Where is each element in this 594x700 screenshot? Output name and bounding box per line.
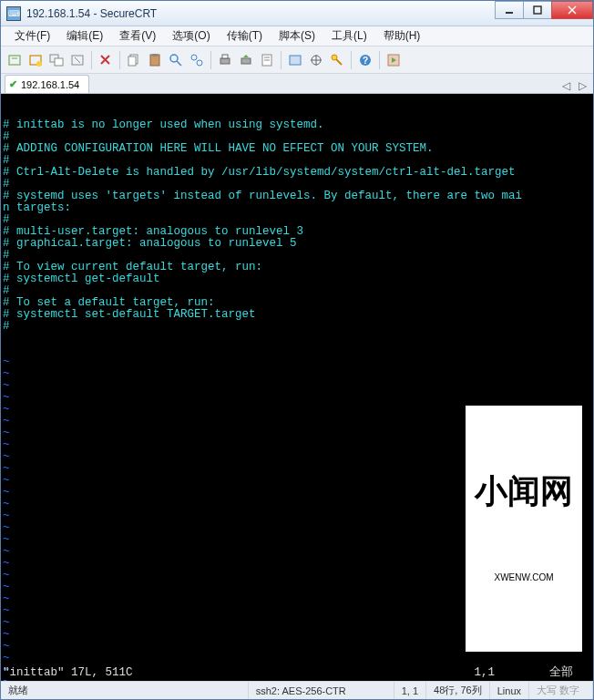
toolbar-separator <box>379 51 380 69</box>
maximize-button[interactable] <box>523 1 552 19</box>
reconnect-icon[interactable] <box>46 50 67 70</box>
menubar: 文件(F) 编辑(E) 查看(V) 选项(O) 传输(T) 脚本(S) 工具(L… <box>1 26 593 46</box>
svg-rect-1 <box>534 6 541 14</box>
global-options-icon[interactable] <box>306 50 326 70</box>
terminal-status-line: "inittab" 17L, 511C1,1 全部 <box>3 667 591 679</box>
status-connection: ssh2: AES-256-CTR <box>249 682 394 699</box>
svg-rect-29 <box>290 56 301 65</box>
watermark: 小闻网 XWENW.COM <box>464 404 584 654</box>
tab-prev-button[interactable]: ◁ <box>558 78 573 93</box>
status-mode: Linux <box>490 682 529 699</box>
menu-tools[interactable]: 工具(L) <box>323 26 375 46</box>
find-next-icon[interactable] <box>187 50 207 70</box>
svg-rect-17 <box>152 54 158 57</box>
titlebar: ⌨ 192.168.1.54 - SecureCRT <box>1 1 593 26</box>
close-button[interactable] <box>551 1 593 19</box>
svg-rect-4 <box>9 56 20 65</box>
tab-next-button[interactable]: ▷ <box>575 78 589 93</box>
terminal[interactable]: # inittab is no longer used when using s… <box>1 94 593 681</box>
menu-help[interactable]: 帮助(H) <box>375 26 429 46</box>
menu-file[interactable]: 文件(F) <box>6 26 58 46</box>
menu-options[interactable]: 选项(O) <box>164 26 218 46</box>
app-window: ⌨ 192.168.1.54 - SecureCRT 文件(F) 编辑(E) 查… <box>0 0 594 700</box>
svg-rect-15 <box>128 57 136 66</box>
status-caps: 大写 数字 <box>529 682 593 699</box>
status-ready: 就绪 <box>1 682 249 699</box>
toolbar-separator <box>210 51 211 69</box>
connect-icon[interactable] <box>26 50 46 70</box>
copy-icon[interactable] <box>124 50 144 70</box>
menu-transfer[interactable]: 传输(T) <box>219 26 271 46</box>
tabbar: ✔ 192.168.1.54 ◁ ▷ <box>1 74 593 94</box>
print-screen-icon[interactable] <box>236 50 256 70</box>
tab-connected-icon: ✔ <box>9 78 17 90</box>
toolbar-separator <box>281 51 282 69</box>
script-icon[interactable] <box>384 50 404 70</box>
menu-edit[interactable]: 编辑(E) <box>58 26 111 46</box>
status-cursor-pos: 1, 1 <box>394 682 426 699</box>
terminal-content: # inittab is no longer used when using s… <box>3 119 591 333</box>
app-icon: ⌨ <box>6 6 21 21</box>
svg-line-11 <box>75 57 80 63</box>
session-options-icon[interactable] <box>285 50 305 70</box>
cut-icon[interactable] <box>96 50 116 70</box>
tab-nav: ◁ ▷ <box>558 78 589 93</box>
toolbar-separator <box>119 51 120 69</box>
svg-line-34 <box>336 59 342 65</box>
minimize-button[interactable] <box>495 1 524 19</box>
svg-marker-25 <box>243 55 249 57</box>
quick-connect-icon[interactable] <box>5 50 25 70</box>
key-icon[interactable] <box>327 50 347 70</box>
print-icon[interactable] <box>215 50 235 70</box>
svg-rect-23 <box>222 55 228 58</box>
disconnect-icon[interactable] <box>67 50 87 70</box>
svg-text:?: ? <box>363 56 368 66</box>
find-icon[interactable] <box>166 50 186 70</box>
window-title: 192.168.1.54 - SecureCRT <box>26 7 496 20</box>
menu-script[interactable]: 脚本(S) <box>271 26 323 46</box>
window-controls <box>496 1 593 26</box>
svg-point-7 <box>36 61 42 67</box>
paste-icon[interactable] <box>145 50 165 70</box>
toolbar-separator <box>91 51 92 69</box>
status-size: 48行, 76列 <box>426 682 490 699</box>
svg-point-18 <box>170 55 178 62</box>
log-icon[interactable] <box>257 50 277 70</box>
svg-rect-24 <box>241 58 251 64</box>
toolbar-separator <box>351 51 352 69</box>
menu-view[interactable]: 查看(V) <box>111 26 164 46</box>
svg-point-21 <box>197 60 202 66</box>
toolbar: ? <box>1 46 593 74</box>
statusbar: 就绪 ssh2: AES-256-CTR 1, 1 48行, 76列 Linux… <box>1 681 593 699</box>
svg-point-20 <box>191 55 197 60</box>
tab-label: 192.168.1.54 <box>21 79 79 90</box>
session-tab[interactable]: ✔ 192.168.1.54 <box>5 75 89 93</box>
svg-line-19 <box>177 61 181 66</box>
svg-rect-22 <box>220 58 230 64</box>
svg-rect-9 <box>55 58 63 66</box>
help-icon[interactable]: ? <box>355 50 375 70</box>
